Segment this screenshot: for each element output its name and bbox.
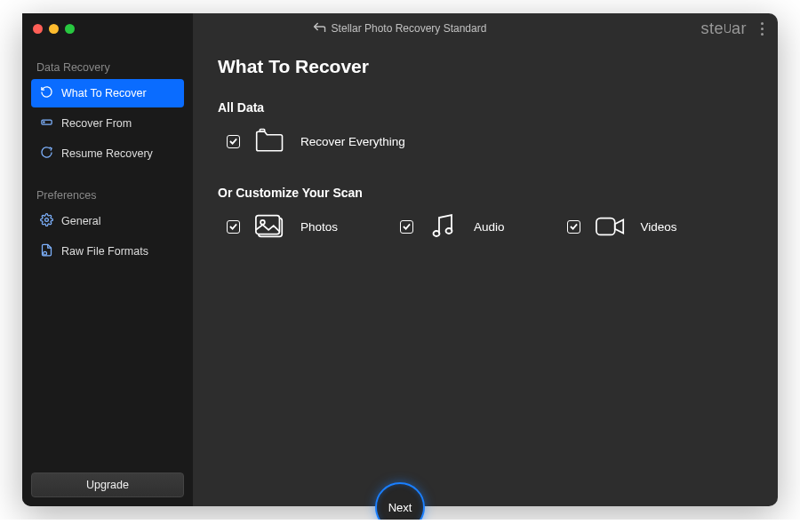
recover-everything-option[interactable]: Recover Everything <box>218 129 753 154</box>
sidebar-item-resume-recovery[interactable]: Resume Recovery <box>31 139 184 168</box>
upgrade-button[interactable]: Upgrade <box>31 472 184 497</box>
audio-label: Audio <box>474 220 505 234</box>
gear-icon <box>40 213 53 229</box>
sidebar-item-what-to-recover[interactable]: What To Recover <box>31 79 184 107</box>
recover-everything-checkbox[interactable] <box>227 135 240 148</box>
videos-option[interactable]: Videos <box>567 214 677 239</box>
kebab-menu-icon[interactable] <box>757 19 767 39</box>
body: Data Recovery What To Recover Recover Fr… <box>22 44 778 506</box>
svg-point-2 <box>45 218 49 222</box>
main-content: What To Recover All Data Recover Everyth… <box>193 44 778 506</box>
svg-rect-4 <box>260 130 264 132</box>
back-icon[interactable] <box>314 22 326 36</box>
sidebar-item-label: Recover From <box>61 117 132 130</box>
app-window: Stellar Photo Recovery Standard stear Da… <box>22 13 778 506</box>
brand-logo: stear <box>700 20 747 38</box>
all-data-title: All Data <box>218 100 753 115</box>
sidebar-item-label: General <box>61 215 100 227</box>
app-title: Stellar Photo Recovery Standard <box>332 22 487 35</box>
title-right: stear <box>700 19 767 39</box>
customize-title: Or Customize Your Scan <box>218 186 753 200</box>
sidebar-item-label: Raw File Formats <box>61 245 148 258</box>
page-title: What To Recover <box>218 56 753 77</box>
photos-label: Photos <box>300 220 338 234</box>
videos-checkbox[interactable] <box>567 220 580 234</box>
photos-icon <box>254 214 286 239</box>
audio-checkbox[interactable] <box>400 220 413 234</box>
recover-everything-label: Recover Everything <box>300 135 405 148</box>
svg-point-1 <box>44 122 44 123</box>
photos-option[interactable]: Photos <box>227 214 338 239</box>
sidebar-item-raw-file-formats[interactable]: Raw File Formats <box>31 237 184 266</box>
svg-point-3 <box>44 251 47 255</box>
audio-option[interactable]: Audio <box>400 214 505 239</box>
audio-icon <box>428 214 460 239</box>
resume-icon <box>40 146 53 162</box>
file-icon <box>40 243 53 259</box>
videos-icon <box>595 214 627 239</box>
title-center: Stellar Photo Recovery Standard <box>314 22 487 36</box>
window-controls <box>33 24 75 34</box>
close-window-button[interactable] <box>33 24 43 34</box>
minimize-window-button[interactable] <box>49 24 59 34</box>
sidebar: Data Recovery What To Recover Recover Fr… <box>22 13 193 506</box>
sidebar-section-data-recovery: Data Recovery <box>31 56 184 79</box>
sidebar-item-label: What To Recover <box>61 87 147 99</box>
sidebar-item-recover-from[interactable]: Recover From <box>31 109 184 138</box>
next-label: Next <box>388 501 412 514</box>
videos-label: Videos <box>641 220 677 234</box>
sidebar-section-preferences: Preferences <box>31 184 184 207</box>
svg-rect-6 <box>256 216 280 234</box>
folder-icon <box>254 129 286 154</box>
svg-rect-10 <box>596 218 614 235</box>
sidebar-item-general[interactable]: General <box>31 207 184 235</box>
sidebar-item-label: Resume Recovery <box>61 147 153 160</box>
titlebar: Stellar Photo Recovery Standard stear <box>22 13 778 44</box>
drive-icon <box>40 115 53 131</box>
maximize-window-button[interactable] <box>65 24 75 34</box>
photos-checkbox[interactable] <box>227 220 240 234</box>
restore-icon <box>40 85 53 101</box>
